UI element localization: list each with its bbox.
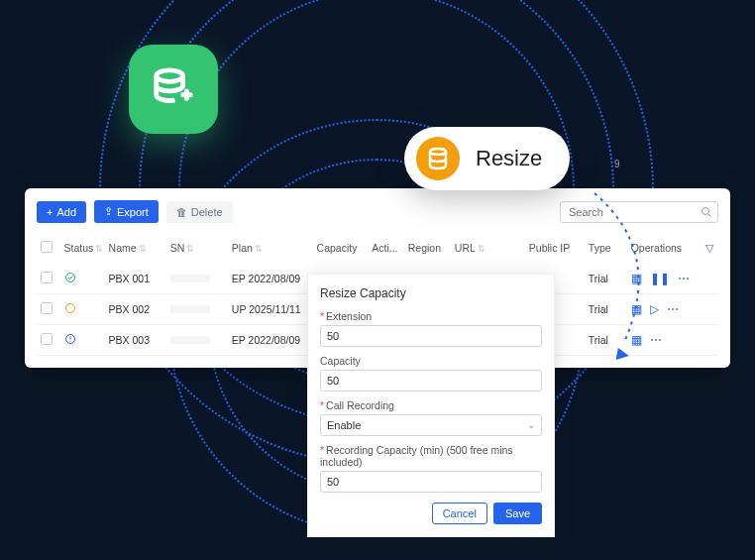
sort-icon: ⇅ — [95, 244, 103, 254]
export-icon: ⇪ — [104, 205, 113, 218]
sort-icon: ⇅ — [139, 244, 147, 254]
svg-point-2 — [702, 207, 709, 214]
play-op-icon[interactable]: ▷ — [650, 302, 659, 316]
cell-type: Trial — [585, 264, 627, 294]
delete-button[interactable]: 🗑Delete — [166, 201, 233, 223]
status-info-icon — [64, 333, 76, 345]
recording-capacity-input[interactable]: 50 — [320, 471, 542, 493]
resize-capacity-modal: Resize Capacity *Extension 50 Capacity 5… — [307, 274, 555, 537]
pause-op-icon[interactable]: ❚❚ — [650, 272, 670, 285]
more-op-icon[interactable]: ⋯ — [667, 302, 679, 316]
col-acti[interactable]: Acti... — [368, 233, 403, 264]
extension-input[interactable]: 50 — [320, 325, 542, 347]
svg-point-4 — [65, 304, 74, 313]
svg-point-0 — [157, 70, 183, 82]
cell-name: PBX 003 — [105, 325, 166, 356]
database-icon — [426, 147, 450, 170]
search-wrap — [560, 201, 718, 223]
chevron-down-icon: ⌄ — [527, 419, 535, 430]
field-call-recording: *Call Recording Enable⌄ — [320, 399, 542, 436]
status-warn-icon — [64, 302, 76, 314]
sort-icon: ⇅ — [255, 244, 263, 254]
svg-point-3 — [65, 274, 74, 282]
more-op-icon[interactable]: ⋯ — [678, 272, 690, 285]
field-extension: *Extension 50 — [320, 310, 542, 347]
modal-actions: Cancel Save — [320, 503, 542, 524]
col-capacity[interactable]: Capacity — [313, 233, 369, 264]
add-button-label: Add — [56, 206, 76, 218]
table-header-row: Status⇅ Name⇅ SN⇅ Plan⇅ Capacity Acti...… — [37, 233, 718, 264]
decor-nine: 9 — [614, 159, 620, 169]
row-checkbox[interactable] — [41, 333, 53, 345]
trash-icon: 🗑 — [176, 206, 187, 218]
export-button-label: Export — [117, 206, 149, 218]
col-operations: Operations — [627, 233, 701, 264]
extension-label: *Extension — [320, 310, 542, 322]
col-region[interactable]: Region — [404, 233, 451, 264]
sort-icon: ⇅ — [186, 244, 194, 254]
sn-placeholder — [170, 275, 210, 282]
cancel-button[interactable]: Cancel — [432, 503, 487, 524]
col-url[interactable]: URL⇅ — [451, 233, 525, 264]
cell-plan: EP 2022/08/09 — [228, 264, 313, 294]
call-recording-label: *Call Recording — [320, 399, 542, 411]
delete-button-label: Delete — [191, 206, 223, 218]
col-status[interactable]: Status⇅ — [60, 233, 105, 264]
add-database-badge — [129, 45, 218, 134]
search-icon — [701, 206, 712, 218]
cell-name: PBX 001 — [105, 264, 166, 294]
resize-pill-label: Resize — [476, 146, 542, 171]
export-button[interactable]: ⇪Export — [94, 200, 159, 223]
cell-plan: UP 2025/11/11 — [228, 294, 313, 325]
add-button[interactable]: +Add — [37, 201, 86, 223]
cell-type: Trial — [585, 294, 627, 325]
resize-pill: Resize — [404, 127, 570, 190]
more-op-icon[interactable]: ⋯ — [650, 333, 662, 347]
filter-icon[interactable]: ▽ — [705, 242, 713, 254]
row-checkbox[interactable] — [41, 272, 53, 283]
select-all-checkbox[interactable] — [41, 241, 53, 253]
field-recording-capacity: *Recording Capacity (min) (500 free mins… — [320, 444, 542, 493]
col-plan[interactable]: Plan⇅ — [228, 233, 313, 264]
modal-title: Resize Capacity — [320, 286, 542, 300]
sn-placeholder — [170, 336, 210, 344]
row-checkbox[interactable] — [41, 302, 53, 314]
svg-point-1 — [430, 149, 446, 155]
sort-icon: ⇅ — [478, 244, 485, 254]
sn-placeholder — [170, 305, 210, 313]
call-recording-select[interactable]: Enable⌄ — [320, 414, 542, 436]
col-sn[interactable]: SN⇅ — [166, 233, 228, 264]
toolbar: +Add ⇪Export 🗑Delete — [37, 200, 718, 223]
database-plus-icon — [151, 66, 196, 112]
plus-icon: + — [47, 206, 53, 218]
cell-name: PBX 002 — [105, 294, 166, 325]
resize-op-icon[interactable]: ▦ — [631, 333, 642, 347]
col-public-ip[interactable]: Public IP — [525, 233, 585, 264]
svg-point-6 — [69, 341, 70, 342]
capacity-input[interactable]: 50 — [320, 370, 542, 392]
status-ok-icon — [64, 272, 76, 283]
col-name[interactable]: Name⇅ — [105, 233, 166, 264]
cell-plan: EP 2022/08/09 — [228, 325, 313, 356]
resize-op-icon[interactable]: ▦ — [631, 302, 642, 316]
recording-capacity-label: *Recording Capacity (min) (500 free mins… — [320, 444, 542, 468]
save-button[interactable]: Save — [493, 503, 542, 524]
field-capacity: Capacity 50 — [320, 355, 542, 392]
capacity-label: Capacity — [320, 355, 542, 367]
resize-op-icon[interactable]: ▦ — [631, 272, 642, 285]
database-icon-circle — [416, 137, 460, 180]
col-type[interactable]: Type — [585, 233, 627, 264]
search-input[interactable] — [560, 201, 718, 223]
